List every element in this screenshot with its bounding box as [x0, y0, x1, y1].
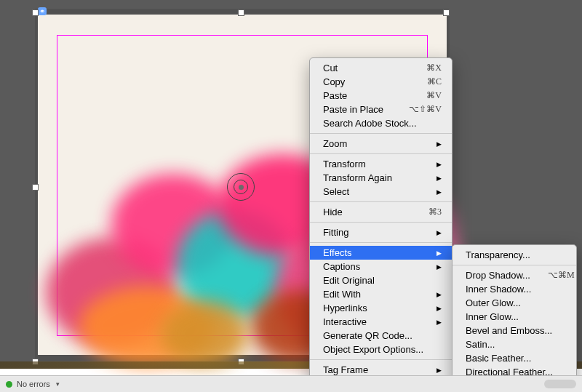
- submenu-arrow-icon: ▶: [436, 263, 442, 271]
- menu-item-label: Zoom: [323, 138, 419, 149]
- menu-item-label: Fitting: [323, 227, 419, 238]
- menu-item-shortcut: ⌥⇧⌘V: [409, 104, 442, 115]
- menu-item-label: Hide: [323, 207, 411, 217]
- submenu-arrow-icon: ▶: [436, 140, 442, 148]
- menu-item[interactable]: Paste⌘V: [310, 89, 452, 103]
- menu-item[interactable]: Edit Original: [310, 273, 452, 287]
- menu-item-label: Satin...: [466, 339, 566, 350]
- menu-item-label: Drop Shadow...: [466, 270, 530, 281]
- menu-item-label: Hyperlinks: [323, 303, 419, 313]
- submenu-arrow-icon: ▶: [436, 229, 442, 236]
- menu-item-label: Inner Shadow...: [466, 284, 566, 295]
- menu-item-label: Transform: [323, 159, 419, 169]
- menu-item-label: Inner Glow...: [466, 311, 566, 322]
- status-errors-label[interactable]: No errors: [17, 380, 50, 388]
- content-grabber[interactable]: [227, 173, 255, 201]
- menu-item-label: Generate QR Code...: [323, 330, 442, 341]
- submenu-arrow-icon: ▶: [436, 249, 442, 257]
- context-menu[interactable]: Cut⌘XCopy⌘CPaste⌘VPaste in Place⌥⇧⌘VSear…: [309, 57, 453, 392]
- menu-item[interactable]: Inner Shadow...: [453, 282, 576, 296]
- menu-item[interactable]: Fitting▶: [310, 225, 452, 239]
- menu-item[interactable]: Search Adobe Stock...: [310, 116, 452, 130]
- menu-separator: [310, 201, 452, 202]
- menu-item[interactable]: Paste in Place⌥⇧⌘V: [310, 103, 452, 116]
- menu-item-label: Search Adobe Stock...: [323, 118, 442, 129]
- menu-item[interactable]: Zoom▶: [310, 137, 452, 151]
- menu-item[interactable]: Satin...: [453, 337, 576, 351]
- menu-item-label: Cut: [323, 63, 409, 73]
- menu-item[interactable]: Cut⌘X: [310, 61, 452, 75]
- menu-separator: [310, 133, 452, 134]
- submenu-arrow-icon: ▶: [436, 161, 442, 168]
- menu-separator: [453, 265, 576, 265]
- menu-item-label: Edit Original: [323, 275, 442, 286]
- menu-item-shortcut: ⌘V: [426, 90, 442, 101]
- menu-item-label: Bevel and Emboss...: [466, 325, 566, 336]
- menu-item-label: Transparency...: [466, 249, 566, 260]
- menu-item-shortcut: ⌘3: [428, 207, 442, 217]
- menu-separator: [310, 359, 452, 360]
- menu-item[interactable]: Effects▶: [310, 246, 452, 260]
- menu-item-label: Effects: [323, 247, 419, 258]
- horizontal-scrollbar[interactable]: [544, 380, 576, 388]
- submenu-arrow-icon: ▶: [436, 305, 442, 312]
- menu-item[interactable]: Bevel and Emboss...: [453, 324, 576, 337]
- menu-item-label: Edit With: [323, 289, 419, 300]
- menu-item[interactable]: Hide⌘3: [310, 205, 452, 219]
- content-grabber-dot: [239, 185, 244, 190]
- menu-item[interactable]: Drop Shadow...⌥⌘M: [453, 268, 576, 282]
- menu-item[interactable]: Basic Feather...: [453, 351, 576, 365]
- effects-submenu[interactable]: Transparency...Drop Shadow...⌥⌘MInner Sh…: [452, 244, 577, 392]
- submenu-arrow-icon: ▶: [436, 367, 442, 374]
- submenu-arrow-icon: ▶: [436, 188, 442, 196]
- submenu-arrow-icon: ▶: [436, 291, 442, 298]
- menu-item-shortcut: ⌥⌘M: [548, 270, 575, 281]
- menu-item-label: Outer Glow...: [466, 297, 566, 308]
- submenu-arrow-icon: ▶: [436, 175, 442, 182]
- selection-handle[interactable]: [238, 9, 244, 16]
- menu-item[interactable]: Captions▶: [310, 260, 452, 273]
- menu-item[interactable]: Inner Glow...: [453, 310, 576, 324]
- status-bar: No errors ▾: [0, 375, 582, 392]
- menu-item[interactable]: Select▶: [310, 185, 452, 199]
- menu-separator: [310, 153, 452, 154]
- menu-item[interactable]: Transform Again▶: [310, 171, 452, 185]
- menu-item-label: Select: [323, 186, 419, 197]
- selection-handle[interactable]: [443, 9, 450, 16]
- menu-item-label: Transform Again: [323, 172, 419, 183]
- menu-item[interactable]: Transparency...: [453, 248, 576, 262]
- menu-item-shortcut: ⌘C: [427, 76, 442, 87]
- menu-item[interactable]: Edit With▶: [310, 287, 452, 301]
- submenu-arrow-icon: ▶: [436, 319, 442, 326]
- menu-item[interactable]: Interactive▶: [310, 315, 452, 329]
- content-grabber-ring: [234, 180, 248, 194]
- menu-item-label: Captions: [323, 261, 419, 272]
- menu-item[interactable]: Transform▶: [310, 157, 452, 171]
- menu-item-label: Interactive: [323, 316, 419, 327]
- menu-item-label: Tag Frame: [323, 364, 419, 375]
- link-badge-icon[interactable]: ⚭: [38, 7, 47, 15]
- status-ok-icon: [6, 381, 12, 388]
- menu-item[interactable]: Generate QR Code...: [310, 329, 452, 343]
- selection-handle[interactable]: [32, 184, 39, 191]
- menu-item[interactable]: Object Export Options...: [310, 343, 452, 356]
- menu-item-label: Basic Feather...: [466, 353, 566, 364]
- menu-item[interactable]: Copy⌘C: [310, 75, 452, 89]
- menu-item-label: Object Export Options...: [323, 344, 442, 355]
- menu-item-shortcut: ⌘X: [426, 63, 442, 73]
- menu-item-label: Paste in Place: [323, 104, 391, 115]
- selection-handle[interactable]: [32, 9, 39, 16]
- chevron-down-icon[interactable]: ▾: [56, 380, 60, 388]
- menu-item[interactable]: Hyperlinks▶: [310, 301, 452, 315]
- menu-item-label: Copy: [323, 76, 410, 87]
- menu-separator: [310, 242, 452, 243]
- menu-separator: [310, 222, 452, 223]
- menu-item[interactable]: Outer Glow...: [453, 296, 576, 310]
- menu-item-label: Paste: [323, 90, 409, 101]
